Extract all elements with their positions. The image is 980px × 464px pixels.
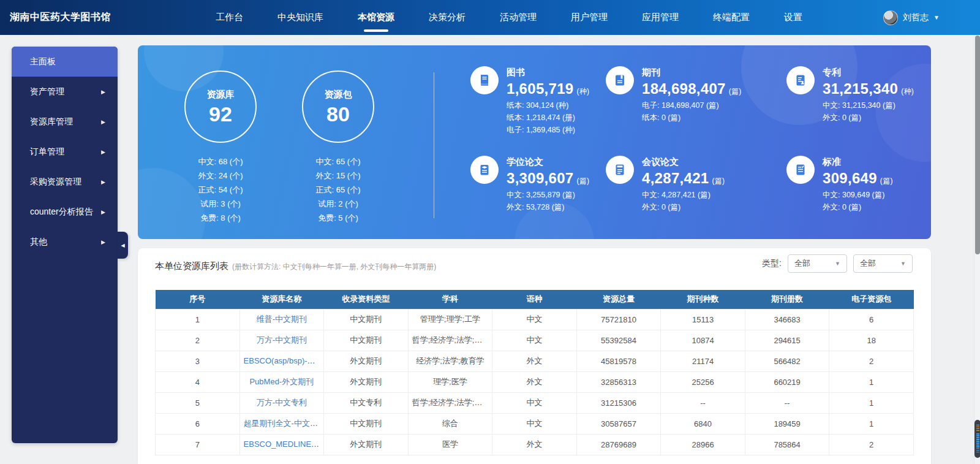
metric-value: 31,215,340 [823,80,898,97]
metric-line: 纸本: 304,124 (种) [507,99,589,112]
metric-line: 外文: 0 (篇) [823,112,914,124]
metric-title: 学位论文 [507,156,589,168]
table-cell: 28769689 [576,434,661,455]
sidebar-item-counter-report[interactable]: counter分析报告 ▶ [12,197,118,227]
sidebar-item-dashboard[interactable]: 主面板 [12,47,118,77]
resource-name-link[interactable]: EBSCO_MEDLINE-外... [244,439,324,449]
nav-item-activity-management[interactable]: 活动管理 [500,0,537,35]
stat-line: 试用: 2 (个) [289,197,387,211]
metric-value: 184,698,407 [642,80,726,97]
sidebar-collapse-button[interactable]: ◀ [118,232,128,259]
nav-item-library-resources[interactable]: 本馆资源 [358,0,394,35]
stat-line: 中文: 68 (个) [172,154,270,169]
scrollbar-thumb[interactable] [975,36,980,254]
table-cell: 医学 [408,434,492,455]
sidebar-item-label: counter分析报告 [30,207,93,218]
table-row: 6超星期刊全文-中文期刊中文期刊综合中文3058765768401894591 [156,413,914,434]
overview-panel: 资源库 92 中文: 68 (个) 外文: 24 (个) 正式: 54 (个) … [138,45,931,239]
nav-item-settings[interactable]: 设置 [784,0,802,35]
metric-value: 309,649 [823,170,877,186]
sidebar-item-order-management[interactable]: 订单管理 ▶ [12,137,118,167]
table-cell: 综合 [408,413,492,434]
metric-value: 4,287,421 [642,170,709,186]
sidebar-item-label: 主面板 [30,56,56,67]
column-header: 收录资料类型 [324,290,409,309]
standard-icon [786,156,815,184]
nav-item-app-management[interactable]: 应用管理 [642,0,679,35]
table-cell: 660219 [745,371,829,392]
table-row: 4PubMed-外文期刊外文期刊理学;医学外文32856313252566602… [156,371,914,392]
collapse-left-icon: ◀ [121,243,124,248]
chevron-right-icon: ▶ [101,209,105,215]
resource-table: 序号 资源库名称 收录资料类型 学科 语种 资源总量 期刊种数 期刊册数 电子资… [155,290,914,455]
type-filter-select-1[interactable]: 全部 ▼ [788,254,847,273]
table-cell: 15113 [661,309,745,330]
table-cell: 6840 [661,413,745,434]
table-cell: 外文期刊 [324,351,409,371]
type-filters: 类型: 全部 ▼ 全部 ▼ [762,254,913,273]
table-cell: 中文期刊 [324,330,409,351]
repo-circle-stats: 中文: 68 (个) 外文: 24 (个) 正式: 54 (个) 试用: 3 (… [172,154,270,225]
app-screen: 湖南中医药大学图书馆 工作台 中央知识库 本馆资源 决策分析 活动管理 用户管理… [0,0,980,464]
metric-patents: 专利 31,215,340(种) 中文: 31,215,340 (篇) 外文: … [786,66,914,124]
resource-name-link[interactable]: 超星期刊全文-中文期刊 [244,419,324,428]
metric-unit: (篇) [729,87,742,96]
resource-table-body: 1维普-中文期刊中文期刊管理学;理学;工学中文75721810151133466… [156,309,914,455]
sidebar-item-label: 资产管理 [30,86,64,97]
package-circle-value: 80 [326,104,350,124]
card-title-row: 本单位资源库列表 (册数计算方法: 中文刊每种一年算一册, 外文刊每种一年算两册… [155,261,436,272]
resource-name-link[interactable]: 维普-中文期刊 [257,314,307,324]
table-cell: 3 [156,351,240,371]
column-header: 序号 [156,290,240,309]
resource-name-cell: 维普-中文期刊 [239,309,324,330]
stat-line: 正式: 65 (个) [289,183,387,197]
table-cell: 外文 [492,351,577,371]
metric-standards: 标准 309,649(篇) 中文: 309,649 (篇) 外文: 0 (篇) [786,156,893,213]
chevron-right-icon: ▶ [101,149,105,155]
nav-item-decision-analysis[interactable]: 决策分析 [429,0,466,35]
sidebar-item-repository-management[interactable]: 资源库管理 ▶ [12,107,118,137]
table-cell: 346683 [745,309,829,330]
table-row: 5万方-中文专利中文专利哲学;经济学;法学;教育...中文31215306---… [156,392,914,413]
table-header-row: 序号 资源库名称 收录资料类型 学科 语种 资源总量 期刊种数 期刊册数 电子资… [156,290,914,309]
table-cell: 785864 [745,434,829,455]
page-scrollbar[interactable] [974,35,980,464]
metric-line: 中文: 4,287,421 (篇) [642,189,725,201]
type-filter-select-2[interactable]: 全部 ▼ [853,254,913,273]
metric-unit: (种) [901,87,914,96]
resource-name-link[interactable]: PubMed-外文期刊 [249,377,314,386]
sidebar-item-label: 采购资源管理 [30,177,81,188]
table-cell: 55392584 [576,330,661,351]
resource-name-link[interactable]: 万方-中文期刊 [257,335,307,344]
nav-item-terminal-config[interactable]: 终端配置 [713,0,750,35]
table-cell: 管理学;理学;工学 [408,309,492,330]
table-cell: 18 [829,330,914,351]
conference-icon [606,156,634,184]
table-cell: 外文 [492,434,577,455]
table-cell: 45819578 [576,351,661,371]
resource-name-link[interactable]: EBSCO(asp/bsp)-外文... [244,356,324,365]
table-cell: 中文期刊 [324,309,409,330]
metric-line: 中文: 309,649 (篇) [823,189,893,201]
chevron-right-icon: ▶ [101,179,105,185]
book-icon [470,66,499,94]
sidebar-item-procurement-management[interactable]: 采购资源管理 ▶ [12,167,118,197]
sidebar-item-other[interactable]: 其他 ▶ [12,227,118,257]
metric-line: 纸本: 0 (篇) [642,112,742,124]
nav-item-user-management[interactable]: 用户管理 [571,0,608,35]
nav-item-workbench[interactable]: 工作台 [216,0,243,35]
sidebar-item-asset-management[interactable]: 资产管理 ▶ [12,77,118,107]
metric-line: 电子: 184,698,407 (篇) [642,99,742,112]
resource-name-cell: 万方-中文期刊 [239,330,324,351]
column-header: 语种 [492,290,577,309]
table-cell: 2 [156,330,240,351]
brand-title: 湖南中医药大学图书馆 [10,0,111,35]
table-cell: 外文期刊 [324,434,409,455]
resource-name-link[interactable]: 万方-中文专利 [257,398,307,407]
table-cell: 30587657 [576,413,661,434]
user-menu[interactable]: 刘哲志 ▼ [883,0,940,35]
metric-line: 外文: 0 (篇) [642,201,725,213]
table-row: 1维普-中文期刊中文期刊管理学;理学;工学中文75721810151133466… [156,309,914,330]
table-cell: 中文 [492,392,577,413]
nav-item-central-knowledge-base[interactable]: 中央知识库 [277,0,323,35]
